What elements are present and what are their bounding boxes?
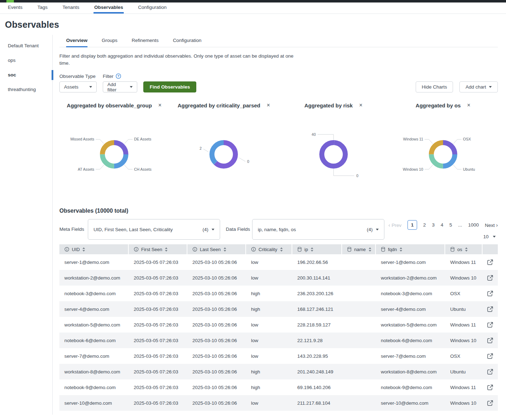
chart-close-icon[interactable]: × <box>467 102 470 108</box>
column-header-ip[interactable]: ip <box>292 244 342 254</box>
cell-first-seen: 2025-03-05 07:26:03 <box>129 286 187 301</box>
column-header-fqdn[interactable]: fqdn <box>376 244 445 254</box>
donut-segment-0 <box>322 143 345 166</box>
tenant-sidebar: Default Tenantopssocthreathunting <box>0 35 53 415</box>
pagination-page-1000[interactable]: 1000 <box>468 222 479 228</box>
cell-last-seen: 2025-03-10 05:26:06 <box>187 364 246 379</box>
chart-close-icon[interactable]: × <box>158 102 161 108</box>
row-open-button[interactable] <box>483 348 498 364</box>
pagination-page-5[interactable]: 5 <box>449 222 452 228</box>
column-header-last-seen[interactable]: Last Seen <box>187 244 246 254</box>
cell-first-seen: 2025-03-05 07:26:03 <box>129 333 187 348</box>
row-open-button[interactable] <box>483 317 498 333</box>
tab-groups[interactable]: Groups <box>102 38 117 47</box>
external-link-icon[interactable] <box>487 259 493 265</box>
data-fields-select[interactable]: ip, name, fqdn, os (4) <box>252 219 384 240</box>
column-label: os <box>457 247 462 252</box>
tab-configuration[interactable]: Configuration <box>173 38 201 47</box>
sidebar-item-ops[interactable]: ops <box>0 53 52 68</box>
sort-icon <box>465 247 468 252</box>
nav-item-tags[interactable]: Tags <box>37 5 48 14</box>
pagination-page-3[interactable]: 3 <box>432 222 435 228</box>
external-link-icon[interactable] <box>487 337 493 344</box>
row-open-button[interactable] <box>483 301 498 317</box>
sidebar-item-threathunting[interactable]: threathunting <box>0 82 52 97</box>
external-link-icon[interactable] <box>487 291 493 297</box>
cell-criticality: high <box>246 301 292 317</box>
table-row: server-1@demo.com2025-03-05 07:26:032025… <box>59 254 498 270</box>
pagination-page-4[interactable]: 4 <box>441 222 443 228</box>
layout: Default Tenantopssocthreathunting Overvi… <box>0 35 506 415</box>
row-open-button[interactable] <box>483 364 498 379</box>
pagination-page-2[interactable]: 2 <box>423 222 426 228</box>
help-icon[interactable]: ? <box>116 73 121 79</box>
donut-chart: 400 <box>279 109 388 191</box>
cell-ip: 201.240.248.149 <box>292 364 342 379</box>
table-header-row: UIDFirst SeenLast SeenCriticalityipnamef… <box>59 244 498 254</box>
hide-charts-button[interactable]: Hide Charts <box>416 81 453 92</box>
nav-item-tenants[interactable]: Tenants <box>63 5 79 14</box>
column-label: Last Seen <box>200 247 221 252</box>
row-open-button[interactable] <box>483 286 498 301</box>
nav-item-events[interactable]: Events <box>8 5 22 14</box>
meta-fields-select[interactable]: UID, First Seen, Last Seen, Criticality … <box>88 219 220 240</box>
cell-uid: server-1@demo.com <box>59 254 129 270</box>
external-link-icon[interactable] <box>487 322 493 328</box>
cell-name <box>342 395 376 411</box>
sort-icon <box>82 247 85 252</box>
chart-card-aggregated-by-observable-group: Aggregated by observable_group×DE Assets… <box>59 102 169 191</box>
tab-overview[interactable]: Overview <box>66 38 87 47</box>
sidebar-item-default-tenant[interactable]: Default Tenant <box>0 38 52 53</box>
find-observables-button[interactable]: Find Observables <box>143 81 196 92</box>
chart-title: Aggregated by observable_group <box>67 102 152 108</box>
add-chart-button[interactable]: Add chart <box>459 81 498 92</box>
column-header-criticality[interactable]: Criticality <box>246 244 292 254</box>
column-header-name[interactable]: name <box>342 244 376 254</box>
sort-icon <box>165 247 168 252</box>
external-link-icon[interactable] <box>487 384 493 390</box>
add-filter-dropdown[interactable]: Add filter <box>103 81 137 92</box>
cell-criticality: low <box>246 348 292 364</box>
sidebar-item-soc[interactable]: soc <box>0 68 52 82</box>
table-row: notebook-6@demo.com2025-03-05 07:26:0320… <box>59 333 498 348</box>
chart-close-icon[interactable]: × <box>359 102 362 108</box>
row-open-button[interactable] <box>483 254 498 270</box>
pagination-page-1-active[interactable]: 1 <box>408 220 417 230</box>
external-link-icon[interactable] <box>487 275 493 281</box>
cell-name <box>342 286 376 301</box>
row-open-button[interactable] <box>483 395 498 411</box>
chart-close-icon[interactable]: × <box>267 102 270 108</box>
column-header-os[interactable]: os <box>445 244 483 254</box>
external-link-icon[interactable] <box>487 400 493 406</box>
row-open-button[interactable] <box>483 270 498 286</box>
cell-uid: server-7@demo.com <box>59 348 129 364</box>
donut-label: Missed Assets <box>70 137 94 141</box>
chart-card-aggregated-by-risk: Aggregated by risk×400 <box>279 102 388 191</box>
page-size-select[interactable]: 10 <box>483 234 496 239</box>
observable-type-select[interactable]: Assets <box>59 81 97 92</box>
cell-criticality: low <box>246 395 292 411</box>
filter-group: Filter ? Add filter <box>103 73 137 92</box>
donut-label: OSX <box>463 137 471 141</box>
nav-item-observables[interactable]: Observables <box>94 5 123 14</box>
table-row: notebook-3@demo.com2025-03-05 07:26:0320… <box>59 286 498 301</box>
tab-refinements[interactable]: Refinements <box>132 38 159 47</box>
section-tabs: OverviewGroupsRefinementsConfiguration <box>59 38 498 47</box>
row-open-button[interactable] <box>483 333 498 348</box>
column-header-uid[interactable]: UID <box>59 244 129 254</box>
external-link-icon[interactable] <box>487 353 493 359</box>
fields-row: Meta Fields UID, First Seen, Last Seen, … <box>59 219 498 240</box>
chart-header: Aggregated by os× <box>388 102 498 109</box>
external-link-icon[interactable] <box>487 369 493 375</box>
filter-label-row: Filter ? <box>103 73 137 79</box>
column-header-first-seen[interactable]: First Seen <box>129 244 187 254</box>
nav-item-configuration[interactable]: Configuration <box>138 5 166 14</box>
data-fields-count: (4) <box>367 227 373 232</box>
cell-ip: 22.121.9.28 <box>292 333 342 348</box>
row-open-button[interactable] <box>483 379 498 395</box>
pagination-next[interactable]: Next › <box>485 222 498 228</box>
column-label: fqdn <box>388 247 397 252</box>
donut-label: Windows 10 <box>403 167 423 171</box>
cell-os: Windows 11 <box>445 379 483 395</box>
external-link-icon[interactable] <box>487 306 493 312</box>
